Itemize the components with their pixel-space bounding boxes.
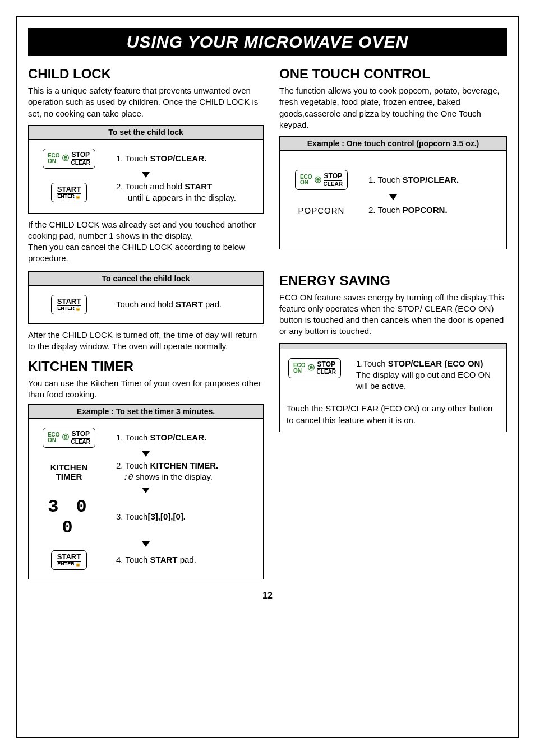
leaf-icon: ⓔ (62, 154, 69, 163)
one-touch-box-header: Example : One touch control (popcorn 3.5… (280, 137, 506, 151)
start-label: START (57, 185, 81, 194)
ot-step2-text: 2. Touch POPCORN. (368, 205, 499, 216)
page-frame: USING YOUR MICROWAVE OVEN CHILD LOCK Thi… (16, 16, 519, 738)
cancel-child-lock-header: To cancel the child lock (29, 272, 263, 286)
arrow-down-icon (142, 541, 150, 547)
page-title-bar: USING YOUR MICROWAVE OVEN (28, 28, 507, 56)
start-button-icon: START ENTER (51, 183, 87, 202)
popcorn-button-icon: POPCORN (288, 206, 355, 215)
arrow-down-icon (389, 194, 397, 200)
kitchen-timer-intro: You can use the Kitchen Timer of your ov… (28, 378, 264, 401)
set-child-lock-header: To set the child lock (29, 126, 263, 140)
energy-box-header-strip (280, 344, 506, 349)
kitchen-timer-box: Example : To set the timer 3 minutes. EC… (28, 404, 264, 579)
cancel-step-text: Touch and hold START pad. (116, 299, 256, 310)
cancel-child-lock-box: To cancel the child lock START ENTER Tou… (28, 271, 264, 324)
kitchen-timer-box-header: Example : To set the timer 3 minutes. (29, 405, 263, 419)
child-lock-heading: CHILD LOCK (28, 66, 264, 82)
kt-step2-text: 2. Touch KITCHEN TIMER. :0 shows in the … (116, 460, 256, 484)
ot-step1-text: 1. Touch STOP/CLEAR. (368, 174, 499, 185)
stop-clear-button-icon: ECOON ⓔ STOP CLEAR (43, 149, 95, 169)
es-footer-text: Touch the STOP/CLEAR (ECO ON) or any oth… (287, 403, 500, 426)
one-touch-box: Example : One touch control (popcorn 3.5… (279, 136, 507, 249)
arrow-down-icon (142, 172, 150, 178)
energy-saving-intro: ECO ON feature saves energy by turning o… (279, 292, 507, 337)
one-touch-intro: The function allows you to cook popcorn,… (279, 85, 507, 131)
kitchen-timer-heading: KITCHEN TIMER (28, 359, 264, 374)
display-digits: 3 0 0 (35, 497, 103, 538)
energy-saving-heading: ENERGY SAVING (279, 273, 507, 289)
set-child-lock-box: To set the child lock ECOON ⓔ STOP CLEAR (28, 125, 264, 214)
stop-clear-button-icon-3: ECOON ⓔ STOP CLEAR (295, 170, 348, 190)
kt-step1-text: 1. Touch STOP/CLEAR. (116, 432, 256, 443)
energy-saving-box: ECOON ⓔ STOP CLEAR 1.Touch STOP/CLEAR (E… (279, 343, 507, 432)
set-step2-text: 2. Touch and hold START until L appears … (116, 181, 256, 204)
start-button-icon-3: START ENTER (51, 550, 87, 570)
child-lock-intro: This is a unique safety feature that pre… (28, 85, 264, 119)
set-step1-text: 1. Touch STOP/CLEAR. (116, 153, 256, 164)
child-lock-mid-note: If the CHILD LOCK was already set and yo… (28, 219, 264, 265)
stop-clear-button-icon-2: ECOON ⓔ STOP CLEAR (43, 428, 95, 448)
right-column: ONE TOUCH CONTROL The function allows yo… (279, 64, 507, 585)
es-step1-text: 1.Touch STOP/CLEAR (ECO ON) The display … (356, 358, 500, 392)
one-touch-heading: ONE TOUCH CONTROL (279, 66, 507, 82)
kt-step4-text: 4. Touch START pad. (116, 554, 256, 565)
kitchen-timer-button-icon: KITCHENTIMER (35, 462, 103, 482)
arrow-down-icon (142, 488, 150, 493)
page-number: 12 (28, 591, 507, 601)
stop-clear-button-icon-4: ECOON ⓔ STOP CLEAR (288, 358, 341, 378)
leaf-icon: ⓔ (62, 433, 69, 442)
child-lock-after-note: After the CHILD LOCK is turned off, the … (28, 330, 264, 353)
kt-step3-text: 3. Touch[3],[0],[0]. (116, 511, 256, 522)
leaf-icon: ⓔ (308, 363, 315, 373)
eco-on-label: ECOON (48, 153, 60, 164)
arrow-down-icon (142, 451, 150, 457)
leaf-icon: ⓔ (315, 175, 321, 185)
start-button-icon-2: START ENTER (51, 295, 87, 314)
columns-wrapper: CHILD LOCK This is a unique safety featu… (28, 64, 507, 585)
enter-label: ENTER (57, 194, 81, 200)
stop-label: STOP (72, 151, 90, 160)
left-column: CHILD LOCK This is a unique safety featu… (28, 64, 264, 585)
clear-label: CLEAR (71, 160, 90, 166)
